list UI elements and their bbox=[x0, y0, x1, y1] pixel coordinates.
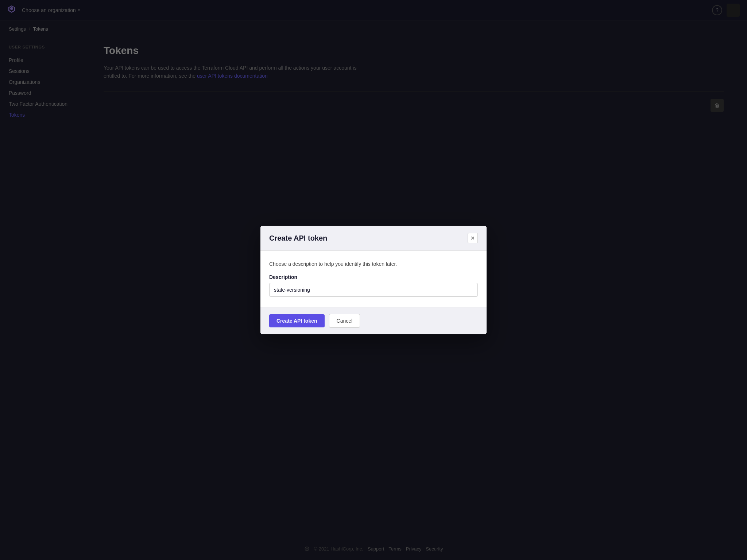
modal-overlay[interactable]: Create API token ✕ Choose a description … bbox=[0, 0, 747, 560]
create-api-token-button[interactable]: Create API token bbox=[269, 314, 325, 327]
modal-hint-text: Choose a description to help you identif… bbox=[269, 261, 478, 267]
modal-title: Create API token bbox=[269, 234, 327, 242]
modal-close-button[interactable]: ✕ bbox=[468, 233, 478, 243]
modal-body: Choose a description to help you identif… bbox=[260, 251, 487, 307]
modal-header: Create API token ✕ bbox=[260, 226, 487, 251]
close-icon: ✕ bbox=[471, 235, 475, 241]
description-label: Description bbox=[269, 274, 478, 280]
create-api-token-modal: Create API token ✕ Choose a description … bbox=[260, 226, 487, 334]
modal-footer: Create API token Cancel bbox=[260, 307, 487, 334]
cancel-button[interactable]: Cancel bbox=[329, 314, 360, 328]
description-input[interactable] bbox=[269, 283, 478, 297]
